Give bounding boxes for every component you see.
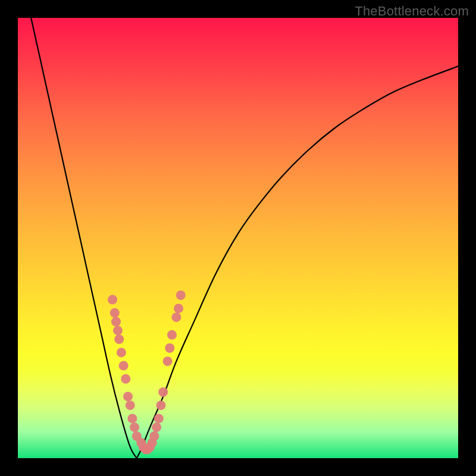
chart-frame: TheBottleneck.com [0,0,476,476]
data-marker [152,422,161,432]
data-marker [174,303,183,313]
data-marker [171,312,181,322]
data-marker [154,414,164,423]
data-marker [126,400,135,410]
data-marker [117,347,126,357]
data-marker [158,387,168,397]
highlighted-markers [108,290,186,454]
data-marker [165,343,174,353]
data-marker [119,361,129,371]
curve-right-branch [137,66,458,458]
data-marker [163,356,173,366]
data-marker [108,295,117,305]
data-marker [167,330,177,340]
data-marker [176,290,186,300]
plot-area [18,18,458,458]
data-marker [127,414,137,423]
data-marker [156,400,166,410]
curve-left-branch [31,18,137,458]
data-marker [149,431,159,441]
data-marker [130,422,139,432]
watermark-text: TheBottleneck.com [355,4,469,19]
data-marker [113,325,123,335]
chart-svg [18,18,458,458]
data-marker [111,317,121,327]
data-marker [123,392,133,401]
data-marker [121,374,130,384]
data-marker [114,334,124,344]
data-marker [110,308,120,318]
